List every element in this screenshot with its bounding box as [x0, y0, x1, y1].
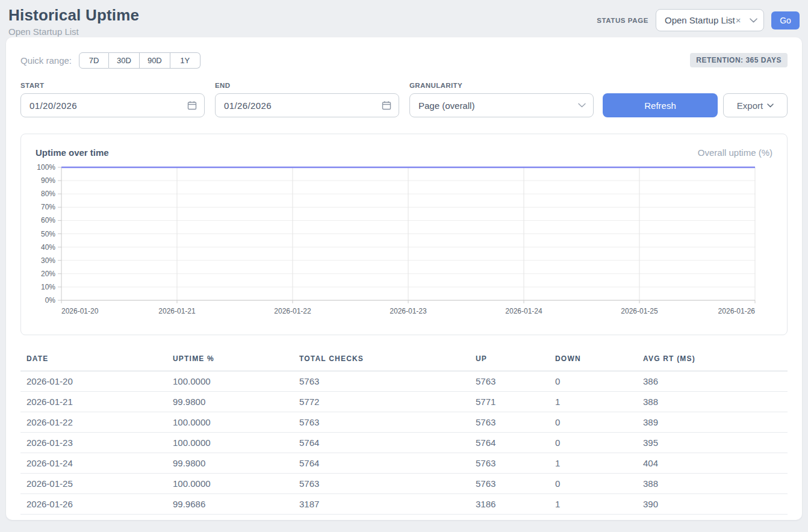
quick-range-1y-button[interactable]: 1Y — [170, 52, 200, 69]
table-cell: 0 — [549, 474, 637, 494]
table-cell: 2026-01-20 — [20, 371, 167, 392]
table-row: 2026-01-2199.9800577257711388 — [20, 392, 788, 412]
title-block: Historical Uptime Open Startup List — [8, 6, 139, 37]
table-row: 2026-01-20100.0000576357630386 — [20, 371, 788, 392]
granularity-selected-value: Page (overall) — [418, 101, 578, 111]
granularity-label: GRANULARITY — [409, 82, 594, 89]
table-cell: 388 — [637, 474, 788, 494]
svg-text:30%: 30% — [41, 256, 55, 265]
top-header: Historical Uptime Open Startup List STAT… — [0, 0, 808, 37]
svg-text:60%: 60% — [41, 216, 55, 224]
table-row: 2026-01-25100.0000576357630388 — [20, 474, 788, 494]
retention-badge: RETENTION: 365 DAYS — [690, 53, 788, 67]
uptime-chart-card: Uptime over time Overall uptime (%) 0%10… — [20, 134, 788, 335]
table-cell: 5764 — [293, 433, 470, 453]
chevron-down-icon — [578, 103, 586, 108]
table-cell: 5763 — [293, 412, 470, 433]
header-controls: STATUS PAGE Open Startup List× Go — [597, 9, 800, 31]
quick-range-7d-button[interactable]: 7D — [79, 52, 109, 69]
granularity-select[interactable]: Page (overall) — [409, 93, 594, 117]
export-button-label: Export — [737, 101, 763, 111]
filter-fields-row: START 01/20/2026 END 01/26/2026 GRANULAR… — [20, 82, 788, 117]
export-button[interactable]: Export — [723, 93, 788, 117]
table-cell: 3187 — [293, 494, 470, 515]
table-cell: 1 — [549, 392, 637, 412]
status-page-label: STATUS PAGE — [597, 17, 648, 24]
svg-text:2026-01-24: 2026-01-24 — [505, 307, 542, 315]
table-cell: 100.0000 — [167, 474, 293, 494]
table-row: 2026-01-23100.0000576457640395 — [20, 433, 788, 453]
svg-text:70%: 70% — [41, 203, 55, 211]
calendar-icon[interactable] — [187, 101, 197, 110]
start-date-input[interactable]: 01/20/2026 — [20, 93, 205, 117]
column-header: UP — [470, 350, 549, 371]
table-cell: 2026-01-26 — [20, 494, 167, 515]
svg-text:100%: 100% — [37, 163, 55, 172]
column-header: DATE — [20, 350, 167, 371]
calendar-icon[interactable] — [382, 101, 391, 110]
status-page-select[interactable]: Open Startup List× — [656, 9, 764, 31]
table-header-row: DATEUPTIME %TOTAL CHECKSUPDOWNAVG RT (MS… — [20, 350, 788, 371]
table-cell: 5763 — [470, 412, 549, 433]
quick-range-row: Quick range: 7D30D90D1Y RETENTION: 365 D… — [20, 52, 788, 69]
table-cell: 5764 — [470, 433, 549, 453]
table-cell: 5771 — [470, 392, 549, 412]
table-cell: 404 — [637, 453, 788, 474]
table-cell: 2026-01-25 — [20, 474, 167, 494]
go-button[interactable]: Go — [771, 11, 800, 29]
end-date-value: 01/26/2026 — [224, 101, 382, 111]
table-row: 2026-01-2499.9800576457631404 — [20, 453, 788, 474]
column-header: DOWN — [549, 350, 637, 371]
table-row: 2026-01-22100.0000576357630389 — [20, 412, 788, 433]
clear-selection-icon[interactable]: × — [736, 15, 741, 25]
table-cell: 2026-01-22 — [20, 412, 167, 433]
chart-title: Uptime over time — [36, 147, 109, 158]
status-page-selected-value: Open Startup List — [665, 15, 735, 25]
quick-range-90d-button[interactable]: 90D — [140, 52, 170, 69]
end-date-input[interactable]: 01/26/2026 — [215, 93, 399, 117]
table-cell: 1 — [549, 494, 637, 515]
table-cell: 395 — [637, 433, 788, 453]
table-cell: 2026-01-23 — [20, 433, 167, 453]
table-cell: 100.0000 — [167, 412, 293, 433]
granularity-group: GRANULARITY Page (overall) — [409, 82, 594, 117]
quick-range-group: 7D30D90D1Y — [79, 52, 200, 69]
chevron-down-icon — [767, 104, 774, 108]
table-cell: 0 — [549, 371, 637, 392]
daily-uptime-table: DATEUPTIME %TOTAL CHECKSUPDOWNAVG RT (MS… — [20, 350, 788, 515]
quick-range-30d-button[interactable]: 30D — [109, 52, 140, 69]
page-subtitle: Open Startup List — [8, 26, 139, 37]
svg-text:2026-01-25: 2026-01-25 — [621, 307, 658, 315]
svg-text:2026-01-21: 2026-01-21 — [158, 307, 196, 315]
table-cell: 100.0000 — [167, 433, 293, 453]
refresh-button[interactable]: Refresh — [603, 93, 718, 117]
svg-text:2026-01-26: 2026-01-26 — [718, 307, 756, 315]
svg-text:40%: 40% — [41, 243, 55, 252]
start-date-group: START 01/20/2026 — [20, 82, 205, 117]
table-cell: 390 — [637, 494, 788, 515]
svg-text:50%: 50% — [41, 230, 55, 238]
column-header: UPTIME % — [167, 350, 293, 371]
chevron-down-icon — [750, 18, 757, 23]
svg-text:2026-01-22: 2026-01-22 — [274, 307, 311, 315]
table-cell: 0 — [549, 433, 637, 453]
table-cell: 2026-01-24 — [20, 453, 167, 474]
main-panel: Quick range: 7D30D90D1Y RETENTION: 365 D… — [6, 37, 802, 520]
table-cell: 5763 — [470, 474, 549, 494]
quick-range-label: Quick range: — [20, 55, 72, 66]
table-cell: 99.9800 — [167, 453, 293, 474]
svg-text:90%: 90% — [41, 176, 55, 185]
table-cell: 99.9686 — [167, 494, 293, 515]
svg-text:10%: 10% — [41, 283, 55, 291]
table-cell: 2026-01-21 — [20, 392, 167, 412]
column-header: TOTAL CHECKS — [293, 350, 470, 371]
uptime-line-chart[interactable]: 0%10%20%30%40%50%60%70%80%90%100%2026-01… — [36, 162, 772, 319]
svg-text:2026-01-20: 2026-01-20 — [61, 307, 99, 315]
table-cell: 5763 — [293, 474, 470, 494]
end-date-label: END — [215, 82, 399, 89]
table-cell: 99.9800 — [167, 392, 293, 412]
table-cell: 3186 — [470, 494, 549, 515]
page-title: Historical Uptime — [8, 6, 139, 25]
start-date-value: 01/20/2026 — [30, 101, 187, 111]
table-cell: 1 — [549, 453, 637, 474]
